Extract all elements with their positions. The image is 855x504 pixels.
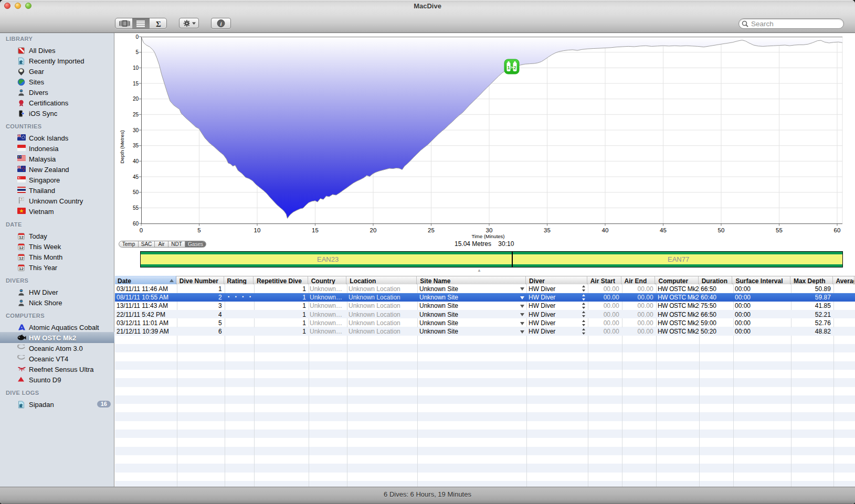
svg-text:40: 40 [133,158,139,164]
svg-text:45: 45 [660,227,667,233]
svg-text:15: 15 [312,227,319,233]
svg-text:10: 10 [254,227,261,233]
svg-text:35: 35 [544,227,551,233]
svg-text:20: 20 [370,227,377,233]
svg-text:60: 60 [834,227,841,233]
svg-text:60: 60 [133,221,139,227]
svg-text:15: 15 [133,81,139,87]
svg-text:55: 55 [776,227,783,233]
svg-text:0: 0 [135,34,139,40]
svg-text:30: 30 [486,227,493,233]
svg-text:5: 5 [197,227,200,233]
svg-text:30: 30 [133,127,139,133]
svg-text:2: 2 [513,65,516,70]
svg-text:Depth (Metres): Depth (Metres) [119,130,125,163]
svg-text:40: 40 [602,227,609,233]
svg-text:25: 25 [428,227,435,233]
svg-text:Time (Minutes): Time (Minutes) [472,233,505,239]
svg-text:45: 45 [133,174,139,180]
svg-text:12: 12 [19,256,24,261]
svg-text:Σ: Σ [156,20,161,28]
svg-text:55: 55 [133,205,139,211]
svg-text:35: 35 [133,143,139,148]
svg-text:20: 20 [133,96,139,102]
svg-text:12: 12 [19,266,24,271]
svg-text:25: 25 [133,112,139,117]
svg-text:0: 0 [140,227,143,233]
svg-text:50: 50 [133,189,139,195]
svg-text:12: 12 [19,245,24,250]
svg-text:1: 1 [507,65,510,70]
svg-text:10: 10 [133,65,139,71]
svg-text:>: > [511,65,513,70]
svg-text:12: 12 [19,235,24,240]
svg-text:5: 5 [135,49,139,55]
svg-text:50: 50 [718,227,725,233]
